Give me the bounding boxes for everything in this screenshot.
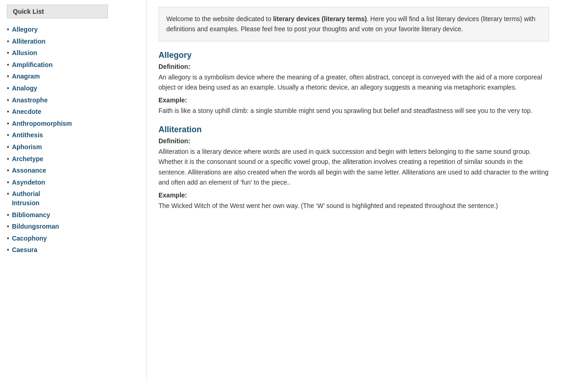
sidebar-link-anecdote[interactable]: Anecdote bbox=[12, 107, 41, 117]
sidebar-link-anagram[interactable]: Anagram bbox=[12, 72, 40, 81]
device-example-text-allegory: Faith is like a stony uphill climb: a si… bbox=[158, 106, 549, 116]
sidebar-link-amplification[interactable]: Amplification bbox=[12, 61, 53, 70]
sidebar-link-allegory[interactable]: Allegory bbox=[12, 25, 38, 34]
welcome-box: Welcome to the website dedicated to lite… bbox=[158, 7, 549, 41]
sidebar-link-antithesis[interactable]: Antithesis bbox=[12, 131, 43, 140]
sidebar-link-anthropomorphism[interactable]: Anthropomorphism bbox=[12, 119, 72, 129]
sidebar-item: Antithesis bbox=[7, 129, 140, 141]
sidebar-link-cacophony[interactable]: Cacophony bbox=[12, 234, 47, 243]
sidebar-item: Anthropomorphism bbox=[7, 118, 140, 130]
sidebar-list: Allegory Alliteration Allusion Amplifica… bbox=[7, 24, 140, 256]
sidebar-link-allusion[interactable]: Allusion bbox=[12, 49, 37, 58]
device-definition-label-alliteration: Definition: bbox=[158, 137, 549, 145]
sidebar-link-analogy[interactable]: Analogy bbox=[12, 84, 37, 93]
device-example-label-allegory: Example: bbox=[158, 96, 549, 104]
sidebar-item: Anastrophe bbox=[7, 95, 140, 107]
sidebar-link-authorial-intrusion[interactable]: AuthorialIntrusion bbox=[12, 190, 40, 208]
sidebar-link-asyndeton[interactable]: Asyndeton bbox=[12, 178, 45, 187]
sidebar-link-anastrophe[interactable]: Anastrophe bbox=[12, 96, 48, 105]
sidebar-link-bildungsroman[interactable]: Bildungsroman bbox=[12, 222, 59, 231]
sidebar-item: Alliteration bbox=[7, 36, 140, 48]
sidebar-link-bibliomancy[interactable]: Bibliomancy bbox=[12, 211, 50, 220]
sidebar-link-alliteration[interactable]: Alliteration bbox=[12, 37, 45, 46]
device-definition-label-allegory: Definition: bbox=[158, 63, 549, 70]
sidebar-item: Caesura bbox=[7, 244, 140, 256]
device-title-alliteration: Alliteration bbox=[158, 125, 549, 135]
sidebar-item: Archetype bbox=[7, 153, 140, 165]
sidebar-item: Bibliomancy bbox=[7, 209, 140, 221]
sidebar-item: Cacophony bbox=[7, 233, 140, 245]
device-section-allegory: Allegory Definition: An allegory is a sy… bbox=[158, 51, 549, 116]
sidebar-item: Anagram bbox=[7, 71, 140, 83]
sidebar-item: Bildungsroman bbox=[7, 221, 140, 233]
device-example-label-alliteration: Example: bbox=[158, 191, 549, 199]
sidebar-item: Assonance bbox=[7, 165, 140, 177]
device-title-allegory: Allegory bbox=[158, 51, 549, 60]
sidebar: Quick List Allegory Alliteration Allusio… bbox=[0, 0, 147, 382]
sidebar-link-archetype[interactable]: Archetype bbox=[12, 155, 43, 164]
sidebar-item: Amplification bbox=[7, 59, 140, 71]
sidebar-item: Anecdote bbox=[7, 106, 140, 118]
sidebar-item: Aphorism bbox=[7, 141, 140, 153]
device-definition-text-allegory: An allegory is a symbolism device where … bbox=[158, 72, 549, 93]
welcome-bold-text: literary devices (literary terms) bbox=[273, 15, 367, 22]
device-example-text-alliteration: The Wicked Witch of the West went her ow… bbox=[158, 201, 549, 211]
quick-list-header: Quick List bbox=[7, 5, 108, 18]
sidebar-link-assonance[interactable]: Assonance bbox=[12, 166, 46, 175]
sidebar-item: Asyndeton bbox=[7, 177, 140, 189]
sidebar-item: Allusion bbox=[7, 47, 140, 59]
sidebar-item: Allegory bbox=[7, 24, 140, 36]
sidebar-link-aphorism[interactable]: Aphorism bbox=[12, 143, 42, 152]
sidebar-item: Analogy bbox=[7, 83, 140, 95]
main-content: Welcome to the website dedicated to lite… bbox=[147, 0, 560, 382]
welcome-text-before: Welcome to the website dedicated to bbox=[166, 15, 273, 22]
device-section-alliteration: Alliteration Definition: Alliteration is… bbox=[158, 125, 549, 211]
device-definition-text-alliteration: Alliteration is a literary device where … bbox=[158, 146, 549, 188]
sidebar-item-authorial: AuthorialIntrusion bbox=[7, 188, 140, 209]
sidebar-link-caesura[interactable]: Caesura bbox=[12, 246, 37, 255]
